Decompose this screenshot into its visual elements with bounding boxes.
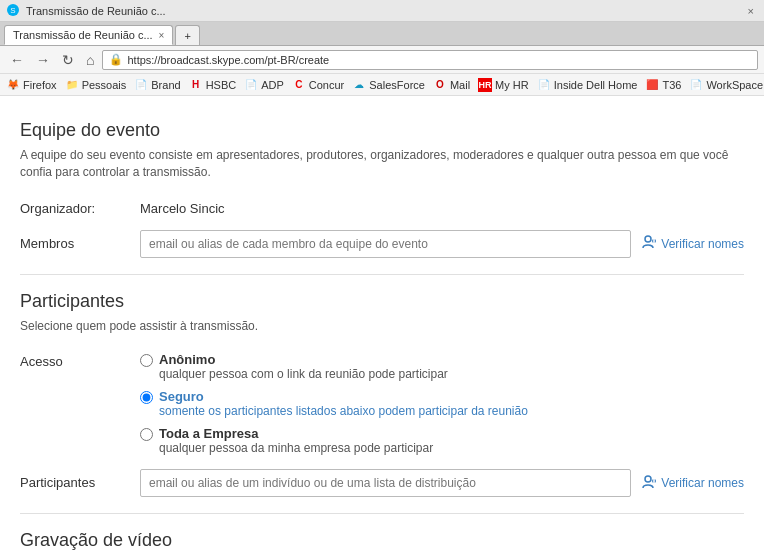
t36-icon: 🟥 [645, 78, 659, 92]
adp-icon: 📄 [244, 78, 258, 92]
svg-point-5 [645, 476, 651, 482]
concur-icon: C [292, 78, 306, 92]
access-radio-group: Anônimo qualquer pessoa com o link da re… [140, 348, 528, 455]
bookmark-salesforce[interactable]: ☁ SalesForce [352, 78, 425, 92]
title-bar-text: Transmissão de Reunião c... [26, 5, 744, 17]
firefox-icon: 🦊 [6, 78, 20, 92]
radio-seguro-label: Seguro [159, 389, 528, 404]
equipe-section: Equipe do evento A equipe do seu evento … [20, 120, 744, 258]
tab-close-button[interactable]: × [159, 30, 165, 41]
folder-icon: 📁 [65, 78, 79, 92]
participantes-input[interactable] [140, 469, 631, 497]
svg-text:S: S [10, 6, 15, 15]
bookmark-workspace-label: WorkSpace [706, 79, 763, 91]
acesso-label: Acesso [20, 348, 140, 369]
participantes-title: Participantes [20, 291, 744, 312]
bookmark-brand[interactable]: 📄 Brand [134, 78, 180, 92]
bookmark-concur-label: Concur [309, 79, 344, 91]
membros-row: Membros Verificar nomes [20, 230, 744, 258]
bookmark-brand-label: Brand [151, 79, 180, 91]
radio-anonimo-text: Anônimo qualquer pessoa com o link da re… [159, 352, 448, 381]
salesforce-icon: ☁ [352, 78, 366, 92]
bookmark-myhr-label: My HR [495, 79, 529, 91]
radio-anonimo-label: Anônimo [159, 352, 448, 367]
bookmark-pessoais-label: Pessoais [82, 79, 127, 91]
bookmark-t36[interactable]: 🟥 T36 [645, 78, 681, 92]
bookmark-insidedell-label: Inside Dell Home [554, 79, 638, 91]
home-button[interactable]: ⌂ [82, 50, 98, 70]
equipe-description: A equipe do seu evento consiste em apres… [20, 147, 744, 181]
dell-icon: 📄 [537, 78, 551, 92]
new-tab-icon: + [184, 30, 190, 42]
mail-icon: O [433, 78, 447, 92]
radio-empresa-text: Toda a Empresa qualquer pessoa da minha … [159, 426, 433, 455]
title-bar-close-button[interactable]: × [744, 5, 758, 17]
bookmarks-bar: 🦊 Firefox 📁 Pessoais 📄 Brand H HSBC 📄 AD… [0, 74, 764, 96]
organizador-row: Organizador: Marcelo Sincic [20, 195, 744, 216]
tab-label: Transmissão de Reunião c... [13, 29, 153, 41]
acesso-row: Acesso Anônimo qualquer pessoa com o lin… [20, 348, 744, 455]
participantes-field-area: Verificar nomes [140, 469, 744, 497]
radio-seguro-desc: somente os participantes listados abaixo… [159, 404, 528, 418]
workspace-icon: 📄 [689, 78, 703, 92]
gravacao-section: Gravação de vídeo Criar uma gravação de … [20, 530, 744, 552]
bookmark-hsbc-label: HSBC [206, 79, 237, 91]
bookmark-salesforce-label: SalesForce [369, 79, 425, 91]
verify-names-button-membros[interactable]: Verificar nomes [641, 234, 744, 253]
browser-icon: S [6, 3, 22, 19]
hsbc-icon: H [189, 78, 203, 92]
svg-point-2 [645, 236, 651, 242]
radio-option-empresa: Toda a Empresa qualquer pessoa da minha … [140, 426, 528, 455]
participantes-label: Participantes [20, 469, 140, 490]
membros-input[interactable] [140, 230, 631, 258]
verify-names-label-participantes: Verificar nomes [661, 476, 744, 490]
bookmark-concur[interactable]: C Concur [292, 78, 344, 92]
bookmark-adp[interactable]: 📄 ADP [244, 78, 284, 92]
lock-icon: 🔒 [109, 53, 123, 66]
back-button[interactable]: ← [6, 50, 28, 70]
membros-label: Membros [20, 230, 140, 251]
section-divider-2 [20, 513, 744, 514]
main-content: Equipe do evento A equipe do seu evento … [0, 96, 764, 552]
equipe-title: Equipe do evento [20, 120, 744, 141]
forward-button[interactable]: → [32, 50, 54, 70]
bookmark-pessoais[interactable]: 📁 Pessoais [65, 78, 127, 92]
tab-new[interactable]: + [175, 25, 199, 45]
radio-option-seguro: Seguro somente os participantes listados… [140, 389, 528, 418]
radio-empresa[interactable] [140, 428, 153, 441]
radio-seguro[interactable] [140, 391, 153, 404]
verify-names-button-participantes[interactable]: Verificar nomes [641, 474, 744, 493]
myhr-icon: HR [478, 78, 492, 92]
radio-option-anonimo: Anônimo qualquer pessoa com o link da re… [140, 352, 528, 381]
refresh-button[interactable]: ↻ [58, 50, 78, 70]
bookmark-firefox[interactable]: 🦊 Firefox [6, 78, 57, 92]
radio-empresa-label: Toda a Empresa [159, 426, 433, 441]
organizador-label: Organizador: [20, 195, 140, 216]
bookmark-t36-label: T36 [662, 79, 681, 91]
verify-icon-participantes [641, 474, 657, 493]
section-divider-1 [20, 274, 744, 275]
page-icon: 📄 [134, 78, 148, 92]
bookmark-mail[interactable]: O Mail [433, 78, 470, 92]
url-text: https://broadcast.skype.com/pt-BR/create [127, 54, 329, 66]
membros-field-area: Verificar nomes [140, 230, 744, 258]
radio-seguro-text: Seguro somente os participantes listados… [159, 389, 528, 418]
bookmark-adp-label: ADP [261, 79, 284, 91]
radio-empresa-desc: qualquer pessoa da minha empresa pode pa… [159, 441, 433, 455]
bookmark-hsbc[interactable]: H HSBC [189, 78, 237, 92]
participantes-input-row: Participantes Verificar nomes [20, 469, 744, 497]
bookmark-myhr[interactable]: HR My HR [478, 78, 529, 92]
tab-bar: Transmissão de Reunião c... × + [0, 22, 764, 46]
gravacao-title: Gravação de vídeo [20, 530, 744, 551]
tab-active[interactable]: Transmissão de Reunião c... × [4, 25, 173, 45]
participantes-section: Participantes Selecione quem pode assist… [20, 291, 744, 498]
verify-names-label-membros: Verificar nomes [661, 237, 744, 251]
participantes-description: Selecione quem pode assistir à transmiss… [20, 318, 744, 335]
radio-anonimo[interactable] [140, 354, 153, 367]
address-bar[interactable]: 🔒 https://broadcast.skype.com/pt-BR/crea… [102, 50, 758, 70]
bookmark-insidedell[interactable]: 📄 Inside Dell Home [537, 78, 638, 92]
nav-bar: ← → ↻ ⌂ 🔒 https://broadcast.skype.com/pt… [0, 46, 764, 74]
title-bar: S Transmissão de Reunião c... × [0, 0, 764, 22]
bookmark-workspace[interactable]: 📄 WorkSpace [689, 78, 763, 92]
verify-icon-membros [641, 234, 657, 253]
